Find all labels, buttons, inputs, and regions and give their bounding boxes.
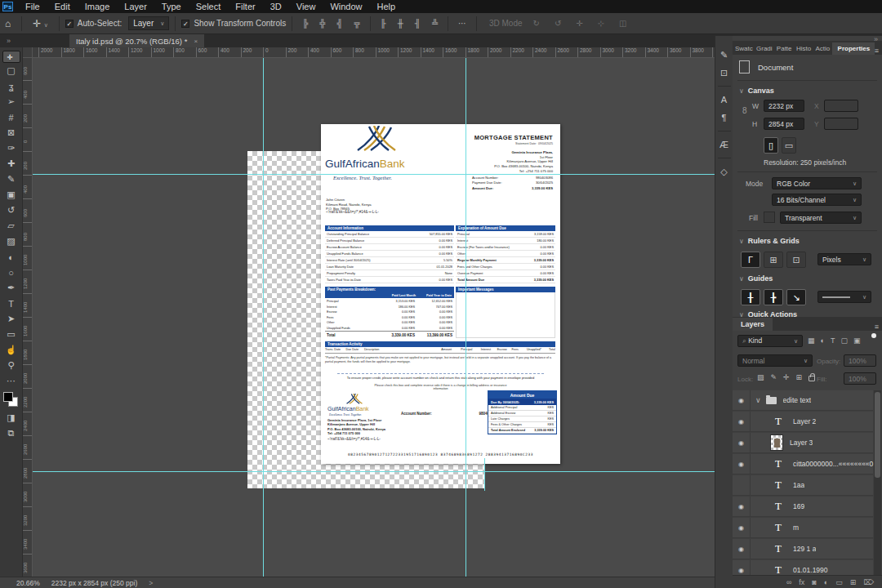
blur-tool[interactable]: ◐ (2, 249, 20, 265)
distribute-bottom-icon[interactable]: ╩ (428, 19, 442, 28)
more-options-icon[interactable]: ⋯ (454, 19, 470, 28)
auto-select-target-dropdown[interactable]: Layer∨ (128, 16, 169, 30)
add-layer-mask-icon[interactable]: ◙ (812, 578, 816, 586)
guides-section-header[interactable]: ∨Guides (739, 274, 773, 283)
layers-panel-menu-icon[interactable]: ≡ (875, 323, 882, 331)
horizontal-ruler[interactable]: 2000180016001400120010008006004002000200… (33, 47, 715, 58)
lock-artboard-icon[interactable]: ⊞ (796, 373, 803, 381)
layer-visibility-empty[interactable] (733, 475, 751, 495)
zoom-tool[interactable]: ⚲ (2, 358, 20, 373)
eyedropper-tool[interactable]: ✑ (2, 140, 20, 156)
layer-row[interactable]: ◉Tcitta0000000...««««««««0 d (733, 454, 873, 474)
filter-type-layers-icon[interactable]: T (831, 336, 835, 345)
foreground-color-swatch[interactable] (3, 392, 13, 402)
foreground-background-colors[interactable] (3, 392, 20, 408)
horizontal-guide[interactable] (33, 471, 715, 472)
canvas-area[interactable]: GulfAfricanBank Excellence. Trust. Toget… (33, 58, 715, 577)
menu-3d[interactable]: 3D (263, 0, 289, 13)
status-options-arrow[interactable]: > (149, 579, 153, 587)
toggle-snap-icon[interactable]: ⊡ (786, 252, 806, 268)
layer-filter-toggle-icon[interactable] (871, 333, 876, 338)
filter-adjustment-layers-icon[interactable]: ◐ (821, 336, 825, 345)
layer-row[interactable]: ◉∨edite text (733, 390, 873, 411)
align-top-edges-icon[interactable]: ╦ (350, 19, 364, 28)
filter-shape-layers-icon[interactable]: ▢ (840, 336, 848, 345)
edit-toolbar-icon[interactable]: ⋯ (2, 373, 20, 389)
paragraph-panel-icon[interactable]: ¶ (716, 109, 733, 127)
move-tool-preset-icon[interactable]: ✛ ∨ (28, 18, 53, 29)
layer-visibility-eye-icon[interactable]: ◉ (733, 539, 751, 559)
lasso-tool[interactable]: ʓ (2, 78, 20, 94)
layer-row[interactable]: ◉T129 1 a (733, 539, 873, 559)
3d-orbit-icon[interactable]: ↻ (529, 19, 544, 28)
fill-select[interactable]: Transparent∨ (780, 212, 862, 224)
frame-tool[interactable]: ⊠ (2, 125, 20, 140)
path-selection-tool[interactable]: ➤ (2, 311, 20, 327)
guide-style-select[interactable]: ∨ (817, 291, 871, 303)
clone-stamp-tool[interactable]: ▣ (2, 187, 20, 203)
tab-histo[interactable]: Histo (794, 42, 813, 55)
menu-filter[interactable]: Filter (228, 0, 262, 13)
screen-mode-icon[interactable]: ⧉ (2, 425, 20, 441)
layer-visibility-eye-icon[interactable]: ◉ (733, 454, 751, 474)
tab-layers[interactable]: Layers (733, 318, 773, 331)
quick-mask-icon[interactable]: ◨ (2, 410, 20, 425)
menu-file[interactable]: File (18, 0, 47, 13)
vertical-guide[interactable] (466, 58, 466, 577)
distribute-right-icon[interactable]: ╢ (411, 19, 425, 28)
distribute-left-icon[interactable]: ╟ (376, 19, 390, 28)
align-left-edges-icon[interactable]: ╠ (298, 19, 312, 28)
new-guide-layout-icon[interactable]: ╊ (764, 289, 783, 305)
tab-swatc[interactable]: Swatc (733, 42, 754, 55)
new-layer-icon[interactable]: ⊞ (850, 578, 857, 586)
lock-all-icon[interactable] (808, 376, 815, 381)
zoom-level[interactable]: 20.66% (16, 579, 40, 587)
eraser-tool[interactable]: ▱ (2, 218, 20, 234)
layer-filter-kind-select[interactable]: ⌕ Kind∨ (737, 335, 803, 347)
portrait-orientation-button[interactable]: ▯ (764, 137, 778, 154)
layer-row[interactable]: T1aa (733, 475, 873, 496)
canvas-height-field[interactable]: 2854 px (764, 118, 804, 130)
object-selection-tool[interactable]: ➢ (2, 94, 20, 109)
glyphs-panel-icon[interactable]: Æ (716, 136, 733, 154)
rulers-grids-section-header[interactable]: ∨Rulers & Grids (739, 237, 800, 245)
bit-depth-select[interactable]: 16 Bits/Channel∨ (772, 194, 862, 206)
3d-panel-icon[interactable]: ◇ (716, 163, 733, 180)
lock-position-icon[interactable]: ✛ (783, 373, 790, 381)
rectangle-tool[interactable]: ▭ (2, 327, 20, 342)
hand-tool[interactable]: ☝ (2, 342, 20, 358)
layers-scrollbar[interactable] (874, 390, 881, 588)
toggle-grid-icon[interactable]: ⊞ (764, 252, 783, 268)
distribute-centers-icon[interactable]: ╫ (394, 19, 408, 28)
type-tool[interactable]: T (2, 296, 20, 311)
layer-effects-icon[interactable]: fx (799, 578, 804, 586)
move-tool[interactable]: ✛ (2, 51, 20, 63)
toggle-rulers-icon[interactable]: Γ (741, 252, 760, 268)
filter-pixel-layers-icon[interactable]: ▦ (808, 336, 815, 345)
tab-gradi[interactable]: Gradi (754, 42, 774, 55)
3d-camera-icon[interactable]: ◫ (615, 19, 630, 28)
fill-swatch[interactable] (764, 212, 775, 223)
tab-actio[interactable]: Actio (813, 42, 831, 55)
menu-edit[interactable]: Edit (47, 0, 78, 13)
rectangular-marquee-tool[interactable]: ▢ (2, 63, 20, 78)
canvas-width-field[interactable]: 2232 px (764, 100, 804, 112)
clone-source-panel-icon[interactable]: ⊡ (716, 64, 733, 82)
group-expand-icon[interactable]: ∨ (755, 396, 761, 404)
layer-visibility-eye-icon[interactable]: ◉ (733, 433, 751, 452)
spot-healing-brush-tool[interactable]: ✚ (2, 156, 20, 172)
collapse-tabs-icon[interactable]: » (7, 37, 10, 45)
horizontal-guide[interactable] (33, 174, 715, 175)
lock-transparency-icon[interactable]: ▨ (757, 373, 764, 381)
landscape-orientation-button[interactable]: ▭ (782, 137, 796, 154)
3d-pan-icon[interactable]: ✛ (572, 19, 586, 28)
layer-row[interactable]: ◉Tm (733, 518, 873, 538)
tab-properties[interactable]: Properties (832, 42, 875, 55)
menu-view[interactable]: View (289, 0, 323, 13)
layer-visibility-eye-icon[interactable]: ◉ (733, 390, 751, 410)
pen-tool[interactable]: ✒ (2, 280, 20, 296)
vertical-guide[interactable] (263, 58, 264, 577)
color-mode-select[interactable]: RGB Color∨ (772, 177, 862, 189)
menu-image[interactable]: Image (78, 0, 118, 13)
show-transform-controls-checkbox[interactable]: ✓Show Transform Controls (181, 19, 286, 28)
